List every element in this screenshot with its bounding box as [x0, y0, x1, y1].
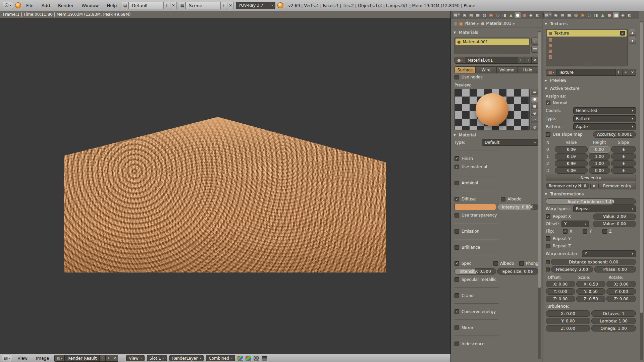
tab-physics-icon[interactable]: ◐	[534, 12, 541, 18]
texture-slot-list[interactable]: ▩ Texture ✓ ▩ ▩ ▩ ▩	[546, 29, 628, 66]
add-material-slot-button[interactable]: +	[531, 38, 538, 45]
fake-user-button[interactable]: F	[100, 355, 106, 362]
texture-slot-empty[interactable]: ▩	[547, 37, 627, 42]
menu-help[interactable]: Help	[104, 2, 120, 9]
list-resize-grip[interactable]	[487, 52, 497, 53]
scrollbar-thumb[interactable]	[640, 22, 643, 313]
frequency-checkbox[interactable]	[546, 267, 550, 272]
tab-render-icon[interactable]: ◉	[461, 12, 468, 18]
iridescence-checkbox[interactable]	[454, 342, 459, 346]
scrollbar[interactable]	[640, 21, 643, 360]
spec-size-field[interactable]: ◂ Spec size: 0.01 ▸	[497, 268, 539, 275]
new-texture-button[interactable]: +	[623, 69, 629, 76]
diffuse-checkbox[interactable]: ✓	[454, 197, 459, 201]
menu-image[interactable]: Image	[33, 355, 52, 362]
normal-checkbox[interactable]: ✓	[546, 101, 550, 105]
flip-y-checkbox[interactable]	[583, 229, 587, 234]
offset-z-field[interactable]: Z: 0.00	[546, 296, 575, 302]
render-engine-select[interactable]: POV-Ray 3.7 ▾	[236, 2, 275, 9]
tab-world-icon[interactable]: ◍	[573, 12, 579, 18]
tab-render-layers-icon[interactable]: ▤	[468, 12, 474, 18]
rotate-y-field[interactable]: Y: 0.00	[606, 288, 636, 295]
repeat-z-checkbox[interactable]	[546, 244, 550, 248]
right-arrow-icon[interactable]: ▸	[574, 148, 576, 151]
preview-sphere-button[interactable]: ●	[531, 96, 538, 102]
material-specials-button[interactable]	[531, 46, 538, 53]
tab-texture-icon[interactable]: ▩	[613, 12, 619, 18]
editor-type-button[interactable]: ▨ ▾	[2, 355, 12, 362]
right-arrow-icon[interactable]: ▸	[624, 162, 625, 165]
right-arrow-icon[interactable]: ▸	[574, 162, 576, 165]
repeat-y-checkbox[interactable]	[546, 236, 550, 241]
preview-hair-button[interactable]: ◠	[531, 117, 538, 123]
blender-logo-icon[interactable]	[15, 2, 21, 8]
slope-field[interactable]: ◂ 1 ▸	[611, 160, 636, 167]
pin-icon[interactable]: ◎	[454, 21, 457, 25]
menu-view[interactable]: View	[14, 355, 31, 362]
distance-exponent-checkbox[interactable]	[546, 260, 550, 264]
height-field[interactable]: 0.00	[589, 146, 610, 153]
tab-modifiers-icon[interactable]: ◨	[501, 12, 507, 18]
preview-monkey-button[interactable]: ◒	[531, 110, 538, 116]
use-slope-map-checkbox[interactable]: ✓	[546, 132, 550, 137]
finish-checkbox[interactable]: ✓	[454, 156, 459, 161]
material-name-field[interactable]: Material.001	[465, 57, 518, 64]
editor-type-button[interactable]: ▤ ▾	[452, 12, 461, 18]
spec-intensity-slider[interactable]: Intensity: 0.500	[454, 268, 496, 275]
tab-object-data-icon[interactable]: ▲	[508, 12, 514, 18]
use-nodes-checkbox[interactable]	[454, 75, 459, 79]
agate-turbulence-slider[interactable]: Agate Turbulence: 1.49	[546, 198, 636, 205]
editor-type-button[interactable]: ⓘ ▾	[3, 2, 13, 9]
ambient-checkbox[interactable]	[454, 181, 459, 185]
textures-panel-header[interactable]: ▼ Textures	[542, 20, 639, 27]
tab-constraints-icon[interactable]: ◌	[494, 12, 501, 18]
render-pass-select[interactable]: Combined ▾	[206, 355, 235, 361]
offset-axis-select[interactable]: Y ▾	[561, 221, 589, 227]
turbulence-x-field[interactable]: X: 0.00	[546, 310, 590, 317]
tab-particles-icon[interactable]: ◈	[528, 12, 534, 18]
menu-render[interactable]: Render	[55, 2, 76, 9]
omega-field[interactable]: Omega: 1.00	[591, 325, 636, 331]
materials-panel-header[interactable]: ▼ Materials	[451, 29, 542, 36]
accuracy-field[interactable]: Accuracy: 0.0001	[593, 131, 636, 138]
conserve-energy-checkbox[interactable]: ✓	[454, 309, 459, 314]
draw-channel-alpha-icon[interactable]	[254, 356, 259, 361]
tab-object-icon[interactable]: ▣	[488, 12, 494, 18]
tab-object-data-icon[interactable]: ▲	[599, 12, 606, 18]
new-material-button[interactable]: +	[525, 57, 532, 64]
editor-type-button[interactable]: ▤ ▾	[543, 12, 552, 18]
tab-constraints-icon[interactable]: ◌	[586, 12, 592, 18]
breadcrumb-object[interactable]: Plane	[465, 21, 476, 26]
rotate-z-field[interactable]: Z: 0.00	[606, 296, 636, 302]
specular-metallic-checkbox[interactable]	[454, 277, 459, 282]
draw-channel-zbuffer-icon[interactable]	[262, 356, 267, 361]
height-field[interactable]: 0.00	[589, 167, 610, 174]
texture-name-field[interactable]: Texture	[556, 69, 616, 76]
scene-browse-button[interactable]: ▦	[179, 2, 185, 9]
tab-render-layers-icon[interactable]: ▤	[559, 12, 566, 18]
scale-x-field[interactable]: X: 0.50	[576, 281, 606, 287]
offset-x-field[interactable]: X: 0.00	[546, 281, 575, 287]
tab-physics-icon[interactable]: ◐	[626, 12, 633, 18]
tab-world-icon[interactable]: ◍	[481, 12, 488, 18]
tab-scene-icon[interactable]: ▦	[566, 12, 572, 18]
mode-volume-button[interactable]: Volume	[497, 66, 518, 73]
lambda-field[interactable]: Lambda: 1.00	[591, 318, 636, 324]
coords-select[interactable]: Generated ▾	[573, 107, 636, 114]
new-image-button[interactable]: +	[106, 355, 112, 362]
rotate-x-field[interactable]: X: 0.00	[606, 281, 636, 287]
preview-cube-button[interactable]: ■	[531, 103, 538, 109]
preview-sky-button[interactable]: ◍	[531, 124, 538, 130]
move-texture-up-button[interactable]: ▴	[629, 29, 636, 36]
pattern-select[interactable]: Agate ▾	[573, 123, 636, 130]
spec-checkbox[interactable]: ✓	[454, 261, 459, 266]
tab-material-icon[interactable]: ●	[515, 12, 521, 18]
screen-layout-name-field[interactable]: Default	[128, 2, 163, 9]
slope-field[interactable]: ◂ 1 ▸	[611, 146, 636, 153]
offset-value-field[interactable]: ◂ Value: 0.00 ▸	[593, 221, 636, 227]
right-arrow-icon[interactable]: ▸	[625, 215, 626, 218]
menu-window[interactable]: Window	[78, 2, 102, 9]
scrollbar[interactable]	[538, 31, 541, 359]
mode-halo-button[interactable]: Halo	[518, 66, 538, 73]
mirror-checkbox[interactable]	[454, 325, 459, 330]
